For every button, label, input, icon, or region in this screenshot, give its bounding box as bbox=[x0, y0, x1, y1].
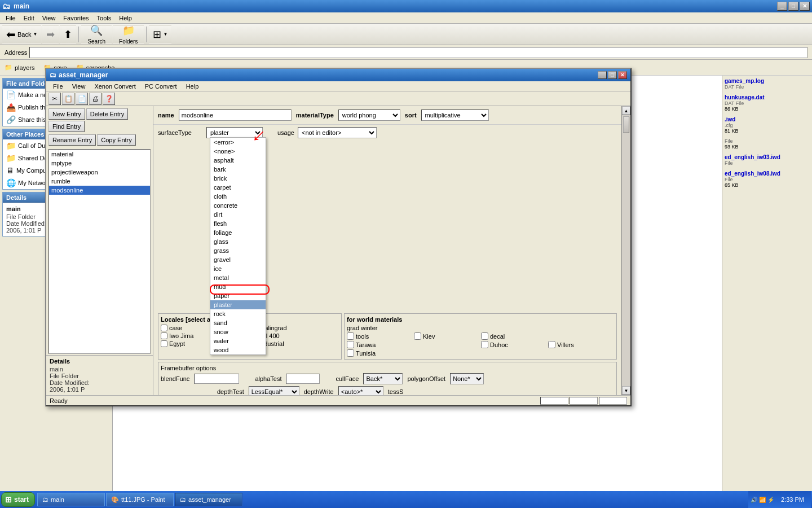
scroll-up-btn[interactable]: ▲ bbox=[622, 106, 630, 115]
dialog-menu-file[interactable]: File bbox=[48, 82, 68, 90]
dropdown-option-bark[interactable]: bark bbox=[210, 165, 266, 174]
dropdown-option-rock[interactable]: rock bbox=[210, 309, 266, 318]
dropdown-option-gravel[interactable]: gravel bbox=[210, 255, 266, 264]
explorer-menu-favorites[interactable]: Favorites bbox=[60, 14, 92, 23]
up-button[interactable]: ⬆ bbox=[60, 25, 76, 43]
dropdown-option-flesh[interactable]: flesh bbox=[210, 219, 266, 228]
dropdown-option-dirt[interactable]: dirt bbox=[210, 210, 266, 219]
dialog-minimize-btn[interactable]: _ bbox=[598, 71, 607, 79]
new-entry-btn[interactable]: New Entry bbox=[48, 108, 85, 120]
right-file-hunkusage[interactable]: hunkusage.dat DAT File 86 KB bbox=[725, 94, 810, 112]
explorer-close-btn[interactable]: ✕ bbox=[800, 2, 810, 11]
alphatest-input[interactable] bbox=[286, 374, 320, 384]
dropdown-option-brick[interactable]: brick bbox=[210, 174, 266, 183]
cullface-select[interactable]: Back* bbox=[363, 373, 403, 384]
dialog-menu-xenon[interactable]: Xenon Convert bbox=[90, 82, 140, 90]
rename-entry-btn[interactable]: Rename Entry bbox=[48, 134, 96, 146]
mat-tools-check[interactable] bbox=[347, 332, 354, 340]
locale-egypt-check[interactable] bbox=[161, 340, 167, 347]
explorer-menu-view[interactable]: View bbox=[39, 14, 59, 23]
dialog-maximize-btn[interactable]: □ bbox=[608, 71, 617, 79]
mat-tunisia-check[interactable] bbox=[347, 349, 354, 357]
dialog-scrollbar[interactable]: ▲ ▼ bbox=[621, 106, 630, 395]
surface-type-select[interactable]: <error> <none> asphalt bark brick carpet… bbox=[206, 127, 263, 138]
sort-select[interactable]: multiplicative bbox=[421, 110, 489, 121]
dialog-close-btn[interactable]: ✕ bbox=[618, 71, 627, 79]
list-item-projectileweapon[interactable]: projectileweapon bbox=[49, 168, 150, 177]
dropdown-option-plaster[interactable]: plaster bbox=[210, 300, 266, 309]
scroll-down-btn[interactable]: ▼ bbox=[622, 386, 630, 395]
dropdown-option-paper[interactable]: paper bbox=[210, 291, 266, 300]
asset-list[interactable]: material mptype projectileweapon rumble … bbox=[48, 149, 151, 354]
dropdown-option-metal[interactable]: metal bbox=[210, 273, 266, 282]
surface-type-open-dropdown[interactable]: <error> <none> asphalt bark brick carpet… bbox=[210, 137, 266, 355]
copy-entry-btn[interactable]: Copy Entry bbox=[97, 134, 135, 146]
view-button[interactable]: ⊞ ▼ bbox=[149, 25, 171, 43]
dropdown-option-wood[interactable]: wood bbox=[210, 345, 266, 354]
dropdown-option-concrete[interactable]: concrete bbox=[210, 201, 266, 210]
explorer-menu-help[interactable]: Help bbox=[116, 14, 135, 23]
dropdown-option-water[interactable]: water bbox=[210, 336, 266, 345]
name-input[interactable] bbox=[179, 110, 292, 121]
list-item-material[interactable]: material bbox=[49, 150, 150, 159]
scroll-thumb[interactable] bbox=[623, 116, 629, 133]
dropdown-option-asphalt[interactable]: asphalt bbox=[210, 156, 266, 165]
mat-kiev-check[interactable] bbox=[414, 332, 421, 340]
help-btn[interactable]: ❓ bbox=[103, 93, 115, 105]
folder-item-1[interactable]: 📁 players bbox=[5, 64, 34, 71]
print-btn[interactable]: 🖨 bbox=[89, 93, 102, 105]
locale-case-check[interactable] bbox=[161, 325, 167, 331]
blendfunc-input[interactable] bbox=[194, 374, 239, 384]
mat-tarawa-check[interactable] bbox=[347, 341, 354, 348]
dropdown-option-foliage[interactable]: foliage bbox=[210, 228, 266, 237]
dropdown-option-ice[interactable]: ice bbox=[210, 264, 266, 273]
right-file-games-log[interactable]: games_mp.log DAT File bbox=[725, 78, 810, 90]
dropdown-option-glass[interactable]: glass bbox=[210, 237, 266, 246]
address-input[interactable] bbox=[29, 47, 807, 58]
start-button[interactable]: ⊞ start bbox=[1, 492, 35, 507]
delete-entry-btn[interactable]: Delete Entry bbox=[86, 108, 129, 120]
right-file-iw03[interactable]: ed_english_iw03.iwd File bbox=[725, 154, 810, 166]
folders-button[interactable]: 📁 Folders bbox=[113, 25, 144, 43]
usage-select[interactable]: <not in editor> bbox=[298, 127, 377, 138]
cut-btn[interactable]: ✂ bbox=[48, 93, 61, 105]
material-type-select[interactable]: world phong bbox=[338, 110, 400, 121]
depth-test-select[interactable]: LessEqual* bbox=[249, 386, 299, 395]
list-item-modsonline[interactable]: modsonline bbox=[49, 186, 150, 195]
taskbar-item-main[interactable]: 🗂 main bbox=[37, 493, 105, 506]
right-file-iwd2[interactable]: File 93 KB bbox=[725, 138, 810, 150]
mat-decal-check[interactable] bbox=[481, 332, 488, 340]
dropdown-option-carpet[interactable]: carpet bbox=[210, 183, 266, 192]
dropdown-option-error[interactable]: <error> bbox=[210, 138, 266, 147]
mat-duhoc-check[interactable] bbox=[481, 341, 488, 348]
dropdown-option-mud[interactable]: mud bbox=[210, 282, 266, 291]
copy-btn[interactable]: 📋 bbox=[62, 93, 74, 105]
dropdown-option-sand[interactable]: sand bbox=[210, 318, 266, 327]
taskbar-item-asset-manager[interactable]: 🗂 asset_manager bbox=[175, 493, 242, 506]
list-item-mptype[interactable]: mptype bbox=[49, 159, 150, 168]
right-file-iw08[interactable]: ed_english_iw08.iwd File 65 KB bbox=[725, 170, 810, 188]
polygon-offset-select[interactable]: None* bbox=[450, 373, 484, 384]
mat-villers-check[interactable] bbox=[548, 341, 555, 348]
explorer-minimize-btn[interactable]: _ bbox=[777, 2, 787, 11]
dropdown-option-none[interactable]: <none> bbox=[210, 147, 266, 156]
depth-write-select[interactable]: <auto>* bbox=[338, 386, 383, 395]
dialog-menu-pc-convert[interactable]: PC Convert bbox=[140, 82, 182, 90]
dialog-menu-help[interactable]: Help bbox=[182, 82, 204, 90]
explorer-menu-tools[interactable]: Tools bbox=[94, 14, 115, 23]
search-button[interactable]: 🔍 Search bbox=[81, 25, 112, 43]
find-entry-btn[interactable]: Find Entry bbox=[48, 121, 85, 132]
dialog-menu-view[interactable]: View bbox=[68, 82, 90, 90]
dropdown-option-cloth[interactable]: cloth bbox=[210, 192, 266, 201]
list-item-rumble[interactable]: rumble bbox=[49, 177, 150, 186]
back-button[interactable]: ⬅ Back ▼ bbox=[2, 25, 41, 43]
right-file-iwd1[interactable]: .iwd .cfg 81 KB bbox=[725, 116, 810, 134]
explorer-menu-edit[interactable]: Edit bbox=[20, 14, 38, 23]
paste-btn[interactable]: 📄 bbox=[76, 93, 88, 105]
dropdown-option-snow[interactable]: snow bbox=[210, 327, 266, 336]
taskbar-item-paint[interactable]: 🎨 tt11.JPG - Paint bbox=[106, 493, 174, 506]
forward-button[interactable]: ➡ bbox=[42, 25, 59, 43]
dropdown-option-grass[interactable]: grass bbox=[210, 246, 266, 255]
locale-iwo-jima-check[interactable] bbox=[161, 332, 167, 339]
explorer-menu-file[interactable]: File bbox=[2, 14, 19, 23]
